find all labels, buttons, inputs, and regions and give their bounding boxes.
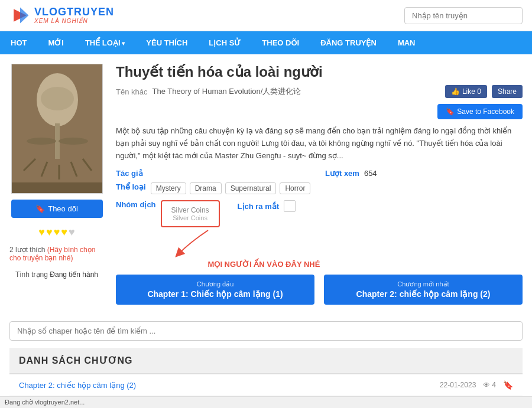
nav-the-loai[interactable]: THỂ LOẠI — [74, 31, 135, 54]
author-row: Tác giả — [116, 169, 313, 178]
search-input[interactable] — [404, 7, 523, 24]
group-name-bottom: Silver Coins — [167, 214, 214, 221]
genre-supernatural[interactable]: Supernatural — [225, 182, 277, 194]
chapter-date: 22-01-2023 — [440, 381, 476, 389]
views-row: Lượt xem 654 — [325, 169, 523, 178]
heart-4[interactable]: ♥ — [61, 226, 67, 239]
first-chapter-label: Chương đầu — [125, 280, 305, 288]
svg-point-4 — [41, 87, 74, 110]
svg-rect-13 — [12, 182, 103, 194]
main-content: 🔖 Theo dõi ♥ ♥ ♥ ♥ ♥ 2 lượt thích (Hãy b… — [0, 54, 532, 406]
nhom-dich-section: Nhóm dịch Silver Coins Silver Coins MỌI … — [116, 200, 220, 227]
heart-3[interactable]: ♥ — [54, 226, 60, 239]
status-label: Tình trạng — [15, 270, 48, 279]
views-value: 654 — [364, 169, 377, 178]
eye-icon: 👁 — [483, 381, 490, 389]
translator-box[interactable]: Silver Coins Silver Coins — [161, 200, 220, 227]
nav-lich-su[interactable]: LỊCH SỬ — [198, 31, 251, 54]
cover-art — [12, 64, 103, 194]
logo-sub-text: XEM LÀ NGHIỀN — [34, 18, 114, 24]
manga-cover-column: 🔖 Theo dõi ♥ ♥ ♥ ♥ ♥ 2 lượt thích (Hãy b… — [9, 64, 104, 312]
follow-label: Theo dõi — [48, 204, 78, 213]
heart-1[interactable]: ♥ — [38, 226, 45, 239]
likes-text: 2 lượt thích (Hãy bình chọn cho truyện b… — [9, 246, 104, 262]
alt-name-fb-row: Tên khác The Theory of Human Evolution/人… — [116, 85, 523, 98]
latest-chapter-label: Chương mới nhất — [333, 280, 513, 288]
group-name: Silver Coins — [167, 206, 214, 214]
follow-button[interactable]: 🔖 Theo dõi — [11, 200, 103, 218]
status-row: Tình trạng Đang tiến hành — [15, 270, 98, 279]
fb-buttons: 👍 Like 0 Share — [445, 85, 523, 98]
arrow-annotation — [173, 224, 220, 260]
chapter-list-header: DANH SÁCH CHƯƠNG — [9, 348, 523, 374]
chapter-search-input[interactable] — [9, 321, 523, 341]
genre-drama[interactable]: Drama — [190, 182, 222, 194]
save-fb-label: Save to Facebook — [457, 107, 514, 116]
genre-label: Thể loại — [116, 182, 146, 191]
status-value: Đang tiến hành — [50, 270, 98, 279]
chapter-list-item: Chapter 2: chiếc hộp câm lặng (2) 22-01-… — [9, 374, 523, 396]
alt-name-value: The Theory of Human Evolution/人类进化论 — [152, 86, 301, 97]
manga-title: Thuyết tiến hóa của loài người — [116, 64, 523, 80]
info-grid: Tác giả Lượt xem 654 — [116, 169, 523, 178]
hearts-rating[interactable]: ♥ ♥ ♥ ♥ ♥ — [38, 226, 74, 239]
nav-dang-truyen[interactable]: ĐĂNG TRUYỆN — [310, 31, 387, 54]
nav-man[interactable]: MAN — [387, 31, 426, 54]
calendar-icon — [284, 200, 296, 212]
fb-share-button[interactable]: Share — [492, 85, 523, 98]
nav-bar: HOT MỚI THỂ LOẠI YÊU THÍCH LỊCH SỬ THEO … — [0, 31, 532, 54]
status-bar: Đang chờ vlogtruyen2.net... — [0, 396, 532, 406]
author-label: Tác giả — [116, 169, 143, 178]
annotation-text: MỌI NGƯỜI ẤN VÀO ĐÂY NHÉ — [208, 260, 320, 269]
nav-yeu-thich[interactable]: YÊU THÍCH — [135, 31, 198, 54]
genre-tags: Mystery Drama Supernatural Horror — [151, 182, 311, 194]
nav-theo-doi[interactable]: THEO DÕI — [251, 31, 310, 54]
alt-name-label: Tên khác — [116, 87, 147, 96]
lich-ra-mat-section: Lịch ra mắt — [238, 200, 296, 212]
logo-main-text: VLOGTRUYEN — [34, 6, 114, 18]
nhom-dich-label: Nhóm dịch — [116, 200, 156, 209]
manga-description: Một bộ sưu tập những câu chuyện kỳ lạ và… — [116, 125, 523, 162]
chapter-view-count: 4 — [492, 381, 496, 389]
thumbs-up-icon: 👍 — [451, 87, 460, 96]
svg-marker-1 — [20, 8, 28, 24]
genre-row: Thể loại Mystery Drama Supernatural Horr… — [116, 182, 523, 194]
chapter-meta: 22-01-2023 👁 4 🔖 — [440, 380, 513, 390]
cover-image — [12, 64, 102, 193]
genre-mystery[interactable]: Mystery — [151, 182, 186, 194]
heart-5[interactable]: ♥ — [69, 226, 75, 239]
fb-like-button[interactable]: 👍 Like 0 — [445, 85, 487, 98]
manga-detail: 🔖 Theo dõi ♥ ♥ ♥ ♥ ♥ 2 lượt thích (Hãy b… — [9, 64, 523, 312]
latest-chapter-title: Chapter 2: chiếc hộp câm lặng (2) — [333, 289, 513, 299]
bookmark-icon: 🔖 — [35, 204, 45, 213]
heart-2[interactable]: ♥ — [46, 226, 53, 239]
fb-like-label: Like 0 — [462, 87, 481, 96]
header: VLOGTRUYEN XEM LÀ NGHIỀN — [0, 0, 532, 31]
first-chapter-title: Chapter 1: Chiếc hộp câm lặng (1) — [125, 289, 305, 299]
translator-group-container: Silver Coins Silver Coins MỌI NGƯỜI ẤN V… — [161, 200, 220, 227]
save-to-facebook-button[interactable]: 🔖 Save to Facebook — [437, 104, 523, 119]
latest-chapter-button[interactable]: Chương mới nhất Chapter 2: chiếc hộp câm… — [324, 275, 523, 305]
release-label: Lịch ra mắt — [238, 202, 280, 211]
views-label: Lượt xem — [325, 169, 359, 178]
genre-horror[interactable]: Horror — [280, 182, 310, 194]
save-fb-row: 🔖 Save to Facebook — [116, 102, 523, 119]
manga-cover — [11, 64, 103, 194]
nav-moi[interactable]: MỚI — [37, 31, 74, 54]
first-chapter-button[interactable]: Chương đầu Chapter 1: Chiếc hộp câm lặng… — [116, 275, 314, 305]
logo[interactable]: VLOGTRUYEN XEM LÀ NGHIỀN — [9, 5, 114, 26]
logo-icon — [9, 5, 31, 26]
bookmark-fb-icon: 🔖 — [446, 107, 455, 116]
likes-count: 2 lượt thích — [9, 246, 45, 254]
status-bar-text: Đang chờ vlogtruyen2.net... — [5, 399, 85, 406]
chapter-bookmark-icon[interactable]: 🔖 — [503, 380, 513, 390]
group-release-row: Nhóm dịch Silver Coins Silver Coins MỌI … — [116, 200, 523, 227]
chapter-buttons: Chương đầu Chapter 1: Chiếc hộp câm lặng… — [116, 275, 523, 305]
svg-point-7 — [59, 138, 88, 145]
manga-info: Thuyết tiến hóa của loài người Tên khác … — [116, 64, 523, 312]
chapter-name[interactable]: Chapter 2: chiếc hộp câm lặng (2) — [19, 381, 136, 390]
svg-point-6 — [27, 138, 56, 145]
chapter-views: 👁 4 — [483, 381, 496, 389]
nav-hot[interactable]: HOT — [0, 31, 37, 54]
